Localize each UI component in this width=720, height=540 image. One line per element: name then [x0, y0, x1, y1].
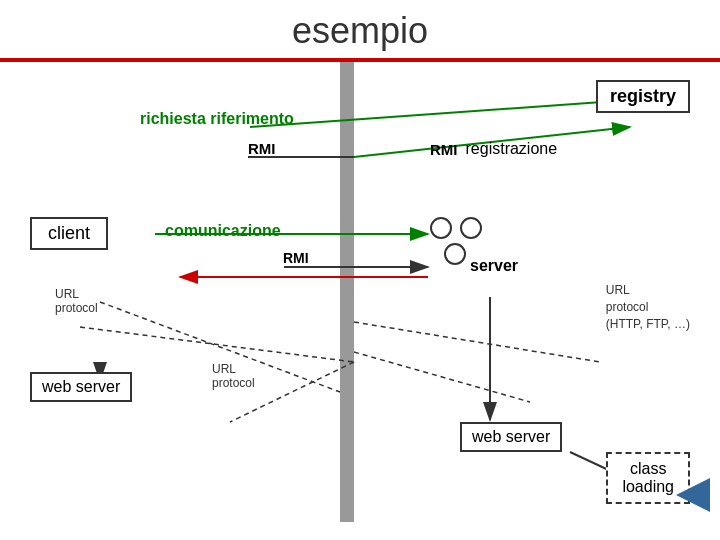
url-right-label: URL protocol (HTTP, FTP, …)	[606, 282, 690, 332]
client-box: client	[30, 217, 108, 250]
rmi-comm-label: RMI	[283, 250, 309, 266]
svg-line-17	[354, 322, 600, 362]
page-title: esempio	[0, 0, 720, 58]
registrazione-label: registrazione	[466, 140, 558, 158]
richiesta-label: richiesta riferimento	[140, 110, 294, 128]
url-protocol-center-label: URL protocol	[212, 362, 255, 390]
registry-box: registry	[596, 80, 690, 113]
vertical-bar	[340, 62, 354, 522]
rmi-right-label: RMI	[430, 141, 458, 158]
circle-top-right	[460, 217, 482, 239]
circle-top-left	[430, 217, 452, 239]
web-server-right-box: web server	[460, 422, 562, 452]
url-left-label: URL protocol	[55, 287, 98, 315]
svg-line-13	[80, 327, 354, 362]
svg-line-5	[250, 100, 630, 127]
svg-line-18	[354, 352, 530, 402]
comunicazione-label: comunicazione	[165, 222, 281, 240]
diagram-area: registry richiesta riferimento RMI RMI r…	[0, 62, 720, 522]
circle-bottom	[444, 243, 466, 265]
rmi-left-label: RMI	[248, 140, 276, 157]
web-server-left-box: web server	[30, 372, 132, 402]
server-label: server	[470, 257, 518, 275]
class-loading-box: class loading	[606, 452, 690, 504]
